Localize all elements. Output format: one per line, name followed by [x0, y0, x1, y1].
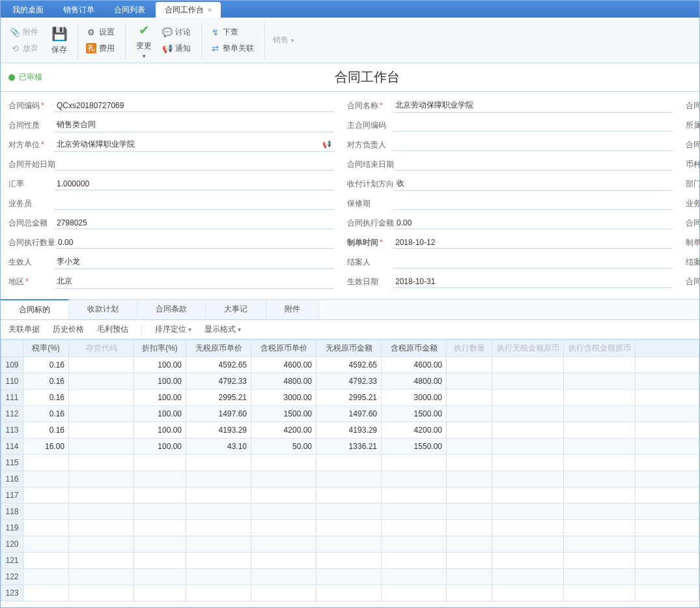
- gross-est-button[interactable]: 毛利预估: [97, 324, 128, 335]
- table-row[interactable]: 120: [1, 536, 699, 553]
- toolbar: 📎附件 ⟲放弃 💾 保存 ⚙设置 孔费用 ✔ 变更▾ 💬讨论 📢通知 ↯下查 ⇄…: [1, 18, 699, 63]
- col-rownum[interactable]: [1, 340, 23, 357]
- table-row[interactable]: 123: [1, 585, 699, 601]
- col-tax-rate[interactable]: 税率(%): [23, 340, 69, 357]
- col-discount[interactable]: 折扣率(%): [134, 340, 186, 357]
- col-exec-qty[interactable]: 执行数量: [447, 340, 492, 357]
- end-date-field[interactable]: [394, 158, 673, 171]
- sub-toolbar: 关联单据 历史价格 毛利预估 排序定位 显示格式: [1, 320, 699, 340]
- exec-qty-field[interactable]: 0.00: [55, 236, 334, 249]
- exec-amount-field[interactable]: 0.00: [394, 216, 673, 229]
- plan-dir-label: 收付计划方向: [347, 179, 394, 190]
- table-row[interactable]: 11416.00100.0043.1050.001336.211550.00: [1, 439, 699, 455]
- sub-tab[interactable]: 合同标的: [1, 299, 69, 319]
- dept-label: 部门: [686, 179, 700, 190]
- expense-button[interactable]: 孔费用: [82, 42, 119, 55]
- link-button[interactable]: ⇄整单关联: [206, 42, 258, 55]
- closer-label: 结案人: [347, 257, 393, 268]
- check-icon: ↯: [210, 27, 220, 37]
- closer-field[interactable]: [393, 255, 673, 268]
- attach-button[interactable]: 📎附件: [6, 25, 42, 39]
- speaker-icon[interactable]: 📢: [322, 140, 331, 149]
- sub-tab[interactable]: 附件: [266, 300, 319, 319]
- table-row[interactable]: 117: [1, 487, 699, 504]
- main-tab[interactable]: 销售订单: [54, 2, 104, 18]
- notify-button[interactable]: 📢通知: [158, 42, 195, 55]
- save-icon: 💾: [50, 25, 68, 43]
- hist-price-button[interactable]: 历史价格: [53, 324, 84, 335]
- col-taxed-amount[interactable]: 含税原币金额: [382, 340, 447, 357]
- save-button[interactable]: 💾 保存: [45, 22, 74, 58]
- main-tab[interactable]: 合同工作台×: [156, 2, 221, 18]
- effector-label: 生效人: [8, 257, 54, 268]
- main-tab-bar: 我的桌面销售订单合同列表合同工作台×: [1, 1, 699, 18]
- desc-label: 合同描述: [686, 276, 700, 287]
- discuss-button[interactable]: 💬讨论: [158, 25, 195, 39]
- table-row[interactable]: 1130.16100.004193.294200.004193.294200.0…: [1, 422, 699, 439]
- table-row[interactable]: 122: [1, 569, 699, 585]
- sort-pos-dropdown[interactable]: 排序定位: [155, 324, 191, 335]
- contract-nature-field[interactable]: 销售类合同: [54, 118, 334, 132]
- salesman-field[interactable]: [54, 197, 334, 210]
- check-button[interactable]: ↯下查: [206, 25, 258, 39]
- col-taxed-price[interactable]: 含税原币单价: [251, 340, 316, 357]
- contract-code-label: 合同编码*: [8, 100, 54, 111]
- table-row[interactable]: 1120.16100.001497.601500.001497.601500.0…: [1, 406, 699, 422]
- sub-tab[interactable]: 合同条款: [137, 300, 206, 319]
- table-row[interactable]: 119: [1, 520, 699, 536]
- create-time-field[interactable]: 2018-10-12: [393, 236, 673, 249]
- col-extra[interactable]: [636, 340, 699, 357]
- settings-button[interactable]: ⚙设置: [82, 25, 119, 39]
- table-row[interactable]: 116: [1, 471, 699, 487]
- salesman-label: 业务员: [8, 198, 54, 209]
- expense-icon: 孔: [86, 43, 96, 53]
- table-row[interactable]: 1110.16100.002995.213000.002995.213000.0…: [1, 390, 699, 406]
- exec-qty-label: 合同执行数量: [8, 237, 55, 248]
- paperclip-icon: 📎: [10, 27, 20, 37]
- contract-code-field[interactable]: QCxs20180727069: [54, 99, 334, 112]
- close-date-label: 结案日期: [686, 257, 700, 268]
- start-date-field[interactable]: [55, 158, 334, 171]
- table-row[interactable]: 115: [1, 455, 699, 471]
- col-exec-taxed[interactable]: 执行含税金额原币: [564, 340, 636, 357]
- col-untaxed-price[interactable]: 无税原币单价: [186, 340, 251, 357]
- close-icon[interactable]: ×: [208, 6, 212, 14]
- warranty-field[interactable]: [393, 197, 673, 210]
- table-row[interactable]: 118: [1, 504, 699, 520]
- table-row[interactable]: 1100.16100.004792.334800.004792.334800.0…: [1, 373, 699, 390]
- sub-tab[interactable]: 收款计划: [69, 300, 137, 319]
- contract-name-field[interactable]: 北京劳动保障职业学院: [393, 98, 673, 113]
- exec-amount-label: 合同执行金额: [347, 218, 394, 229]
- end-date-label: 合同结束日期: [347, 159, 394, 170]
- rate-field[interactable]: 1.000000: [54, 177, 334, 190]
- main-tab[interactable]: 我的桌面: [3, 2, 53, 18]
- effect-date-label: 生效日期: [347, 276, 393, 287]
- related-doc-button[interactable]: 关联单据: [8, 324, 40, 335]
- sub-tab[interactable]: 大事记: [206, 300, 266, 319]
- effector-field[interactable]: 李小龙: [54, 255, 334, 269]
- counter-lead-label: 对方负责人: [347, 139, 393, 151]
- disp-format-dropdown[interactable]: 显示格式: [204, 324, 241, 335]
- change-button[interactable]: ✔ 变更▾: [130, 18, 158, 62]
- sale-button[interactable]: 销售 ▾: [269, 33, 298, 47]
- effect-date-field[interactable]: 2018-10-31: [393, 275, 673, 288]
- total-amount-label: 合同总金额: [8, 218, 54, 229]
- col-untaxed-amount[interactable]: 无税原币金额: [316, 340, 382, 357]
- rate-label: 汇率: [8, 179, 54, 190]
- total-amount-field[interactable]: 2798025: [54, 216, 334, 229]
- col-exec-untaxed[interactable]: 执行无税金额原币: [492, 340, 564, 357]
- table-row[interactable]: 1090.16100.004592.654600.004592.654600.0…: [1, 357, 699, 373]
- main-code-field[interactable]: [393, 119, 673, 132]
- counterparty-field[interactable]: 北京劳动保障职业学院📢: [54, 138, 334, 152]
- region-field[interactable]: 北京: [54, 274, 334, 289]
- main-tab[interactable]: 合同列表: [105, 2, 154, 18]
- col-stock-code[interactable]: 存货代码: [69, 340, 134, 357]
- counter-lead-field[interactable]: [393, 138, 673, 151]
- discard-button[interactable]: ⟲放弃: [6, 42, 42, 55]
- plan-dir-field[interactable]: 收: [394, 177, 673, 191]
- group-label: 所属合同组: [686, 120, 700, 131]
- change-icon: ✔: [135, 21, 153, 39]
- region-label: 地区*: [8, 276, 54, 287]
- table-row[interactable]: 121: [1, 553, 699, 569]
- contract-name-label: 合同名称*: [347, 100, 393, 111]
